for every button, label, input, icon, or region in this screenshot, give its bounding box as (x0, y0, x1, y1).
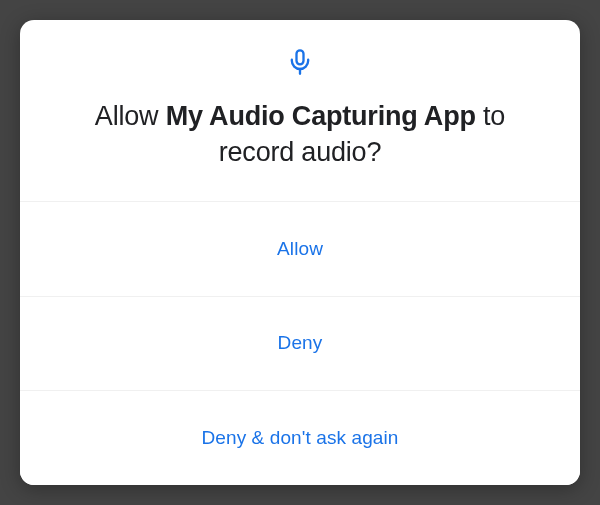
deny-button[interactable]: Deny (20, 296, 580, 391)
title-prefix: Allow (95, 101, 166, 131)
app-name: My Audio Capturing App (166, 101, 476, 131)
allow-button[interactable]: Allow (20, 202, 580, 296)
microphone-icon (286, 48, 314, 76)
deny-forever-button[interactable]: Deny & don't ask again (20, 390, 580, 485)
svg-rect-0 (297, 50, 304, 64)
permission-dialog: Allow My Audio Capturing App to record a… (20, 20, 580, 485)
dialog-buttons: Allow Deny Deny & don't ask again (20, 202, 580, 485)
dialog-header: Allow My Audio Capturing App to record a… (20, 20, 580, 202)
dialog-icon-wrap (60, 48, 540, 76)
dialog-title: Allow My Audio Capturing App to record a… (60, 98, 540, 171)
